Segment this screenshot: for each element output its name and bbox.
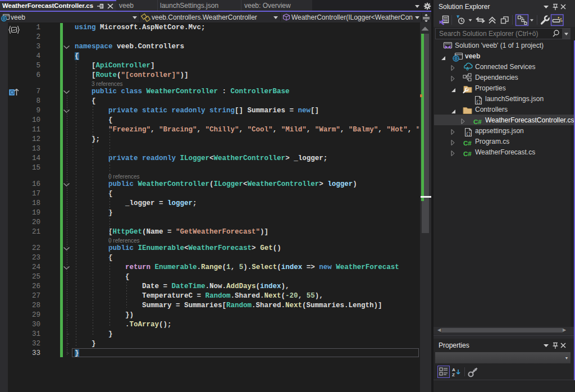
svg-text:C#: C#	[473, 118, 482, 125]
svg-text:C#: C#	[463, 151, 472, 157]
svg-text:C#: C#	[463, 140, 472, 147]
svg-text:A: A	[452, 367, 455, 372]
svg-text:{}: {}	[466, 131, 472, 136]
svg-text:Z: Z	[452, 372, 455, 377]
svg-text:{}: {}	[476, 99, 482, 104]
